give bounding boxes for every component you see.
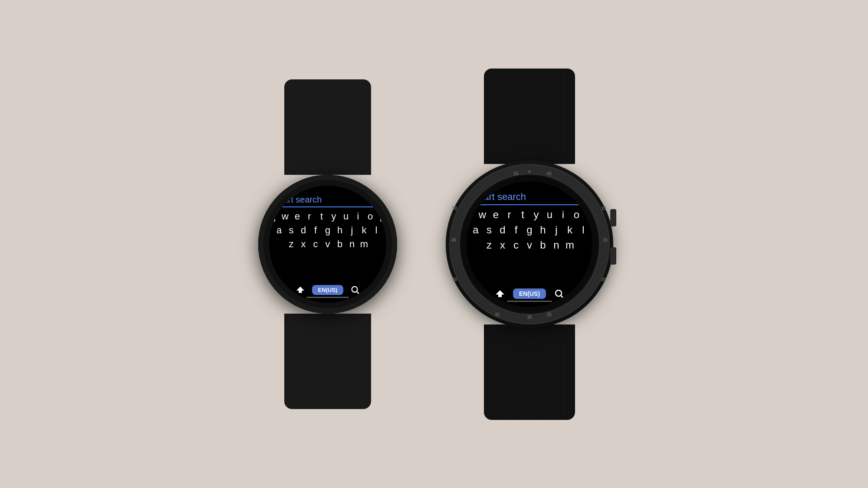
language-button-classic[interactable]: EN(US) [513, 288, 546, 299]
key-y-c[interactable]: y [531, 209, 542, 221]
key-x-c[interactable]: x [497, 239, 508, 251]
tick-50: 50 [452, 206, 457, 211]
key-y[interactable]: y [329, 211, 339, 222]
cursor-classic [473, 193, 474, 202]
tick-15: 15 [603, 238, 608, 242]
shift-button-classic[interactable] [495, 288, 505, 299]
key-q-c[interactable]: q [467, 209, 474, 221]
key-t-c[interactable]: t [518, 209, 528, 221]
key-z[interactable]: z [286, 239, 296, 250]
key-s-c[interactable]: s [484, 224, 494, 236]
tick-20: 20 [601, 277, 606, 282]
key-n-c[interactable]: n [551, 239, 562, 251]
key-c[interactable]: c [311, 239, 320, 250]
key-q[interactable]: q [269, 211, 278, 222]
watch-case-classic: ▼ 55 05 10 15 20 25 30 35 40 45 50 Start… [449, 164, 610, 324]
side-button-bottom-classic[interactable] [610, 247, 616, 265]
key-row-1-sport: q w e r t y u i o p [269, 211, 386, 222]
keyboard-sport: q w e r t y u i o p a s d [275, 211, 381, 283]
key-p[interactable]: p [378, 211, 386, 222]
key-m[interactable]: m [359, 239, 369, 250]
key-row-3-classic: z x c v b n m [484, 239, 575, 251]
key-l[interactable]: l [372, 225, 381, 236]
tick-35: 35 [495, 312, 500, 317]
key-o[interactable]: o [365, 211, 375, 222]
key-g[interactable]: g [323, 225, 332, 236]
watch-screen-sport: Start search ✕ q w e r t y u i o p [269, 186, 386, 303]
side-button-top-classic[interactable] [610, 209, 616, 226]
close-button-sport[interactable]: ✕ [371, 195, 381, 205]
key-o-c[interactable]: o [572, 209, 582, 221]
close-button-classic[interactable]: ✕ [575, 191, 586, 203]
key-t[interactable]: t [317, 211, 326, 222]
key-k-c[interactable]: k [565, 224, 575, 236]
bottom-bar-classic: EN(US) [473, 288, 586, 299]
key-s[interactable]: s [286, 225, 296, 236]
key-k[interactable]: k [359, 225, 369, 236]
key-r[interactable]: r [305, 211, 314, 222]
key-v-c[interactable]: v [524, 239, 535, 251]
key-i-c[interactable]: i [558, 209, 569, 221]
search-placeholder-classic: Start search [473, 191, 526, 203]
search-button-classic[interactable] [554, 288, 564, 299]
key-d[interactable]: d [299, 225, 308, 236]
search-bar-sport: Start search ✕ [275, 195, 381, 207]
language-button-sport[interactable]: EN(US) [312, 285, 344, 295]
key-l-c[interactable]: l [578, 224, 589, 236]
search-bar-classic: Start search ✕ [473, 191, 586, 205]
key-x[interactable]: x [299, 239, 308, 250]
band-top-sport [284, 79, 371, 175]
key-e[interactable]: e [293, 211, 302, 222]
keyboard-ui-classic: Start search ✕ q w e r t y u i o [467, 181, 592, 307]
key-w-c[interactable]: w [477, 209, 488, 221]
key-r-c[interactable]: r [504, 209, 515, 221]
tick-55: 55 [514, 171, 519, 176]
watch-case-sport: Start search ✕ q w e r t y u i o p [258, 175, 397, 314]
svg-point-2 [556, 290, 562, 296]
search-button-sport[interactable] [350, 285, 360, 295]
svg-point-0 [352, 287, 358, 292]
shift-button-sport[interactable] [296, 285, 305, 295]
key-h-c[interactable]: h [538, 224, 548, 236]
key-m-c[interactable]: m [565, 239, 575, 251]
key-c-c[interactable]: c [511, 239, 521, 251]
key-w[interactable]: w [280, 211, 290, 222]
band-bottom-sport [284, 314, 371, 409]
key-b-c[interactable]: b [538, 239, 548, 251]
tick-05: 05 [547, 171, 552, 176]
watch-sport: Start search ✕ q w e r t y u i o p [258, 79, 397, 409]
key-n[interactable]: n [347, 239, 357, 250]
tick-40: 40 [452, 277, 457, 282]
key-g-c[interactable]: g [524, 224, 535, 236]
svg-line-1 [357, 291, 359, 294]
keyboard-classic: q w e r t y u i o p a s d [473, 209, 586, 287]
key-j-c[interactable]: j [551, 224, 562, 236]
svg-line-3 [561, 295, 564, 298]
key-row-2-sport: a s d f g h j k l [274, 225, 381, 236]
key-b[interactable]: b [335, 239, 345, 250]
tick-10: 10 [601, 206, 606, 211]
key-d-c[interactable]: d [497, 224, 508, 236]
key-z-c[interactable]: z [484, 239, 494, 251]
key-a-c[interactable]: a [470, 224, 481, 236]
key-e-c[interactable]: e [491, 209, 501, 221]
search-placeholder-sport: Start search [275, 195, 322, 205]
bottom-bar-sport: EN(US) [275, 285, 381, 295]
key-u[interactable]: u [341, 211, 351, 222]
key-f-c[interactable]: f [511, 224, 521, 236]
key-v[interactable]: v [323, 239, 332, 250]
watch-classic: ▼ 55 05 10 15 20 25 30 35 40 45 50 Start… [449, 69, 610, 420]
key-p-c[interactable]: p [585, 209, 593, 221]
band-top-classic [484, 69, 575, 164]
key-f[interactable]: f [311, 225, 320, 236]
home-indicator-classic [507, 301, 552, 302]
key-j[interactable]: j [347, 225, 357, 236]
key-u-c[interactable]: u [545, 209, 555, 221]
key-row-3-sport: z x c v b n m [286, 239, 369, 250]
keyboard-ui-sport: Start search ✕ q w e r t y u i o p [269, 186, 386, 303]
key-row-1-classic: q w e r t y u i o p [467, 209, 592, 221]
key-a[interactable]: a [274, 225, 284, 236]
key-h[interactable]: h [335, 225, 345, 236]
key-row-2-classic: a s d f g h j k l [470, 224, 589, 236]
key-i[interactable]: i [353, 211, 363, 222]
